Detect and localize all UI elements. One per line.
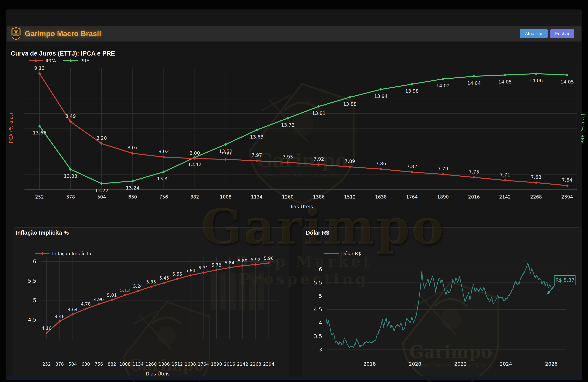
svg-text:Garimpo: Garimpo — [12, 34, 20, 36]
bottom-taskbar-edge — [6, 377, 582, 380]
header-bar: Garimpo Garimpo Macro Brasil Atualizar F… — [6, 26, 582, 42]
app-title: Garimpo Macro Brasil — [25, 30, 101, 38]
dolar-panel — [302, 227, 582, 380]
garimpo-logo-icon: Garimpo — [11, 27, 21, 40]
fechar-button[interactable]: Fechar — [550, 29, 574, 38]
brand-block: Garimpo Garimpo Macro Brasil — [11, 27, 101, 40]
app-window: Garimpo Deep Market Prospecting GarimpoD… — [0, 0, 588, 382]
atualizar-button[interactable]: Atualizar — [520, 29, 548, 38]
implicita-panel — [13, 227, 289, 380]
header-buttons: Atualizar Fechar — [520, 29, 574, 38]
